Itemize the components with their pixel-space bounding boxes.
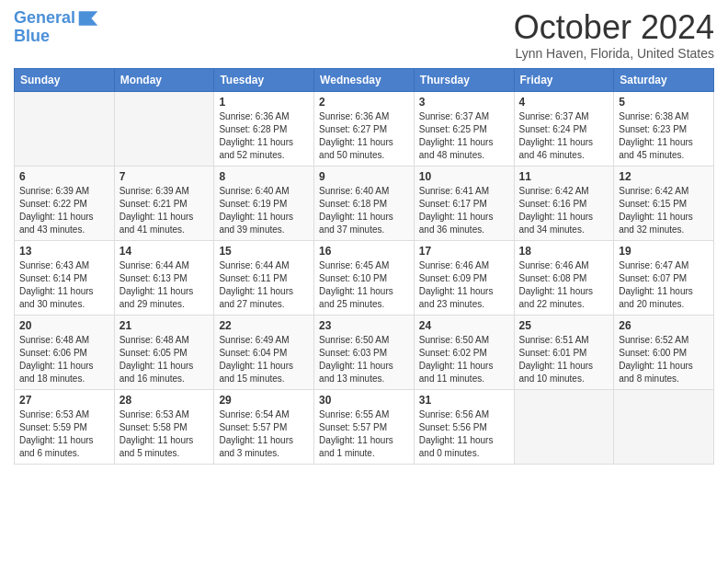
day-info: Sunrise: 6:38 AM Sunset: 6:23 PM Dayligh…: [619, 110, 709, 162]
sunset-text: Sunset: 5:59 PM: [19, 422, 87, 432]
sunrise-text: Sunrise: 6:48 AM: [119, 335, 189, 345]
sunrise-text: Sunrise: 6:41 AM: [419, 186, 489, 196]
day-number: 9: [319, 170, 409, 183]
day-cell: 7 Sunrise: 6:39 AM Sunset: 6:21 PM Dayli…: [114, 166, 214, 240]
day-info: Sunrise: 6:55 AM Sunset: 5:57 PM Dayligh…: [319, 408, 409, 460]
day-info: Sunrise: 6:45 AM Sunset: 6:10 PM Dayligh…: [319, 259, 409, 311]
day-number: 19: [619, 245, 709, 258]
day-info: Sunrise: 6:53 AM Sunset: 5:59 PM Dayligh…: [19, 408, 109, 460]
day-info: Sunrise: 6:50 AM Sunset: 6:02 PM Dayligh…: [419, 334, 509, 385]
day-info: Sunrise: 6:46 AM Sunset: 6:09 PM Dayligh…: [419, 259, 509, 311]
daylight-text: Daylight: 11 hours and 37 minutes.: [319, 212, 393, 235]
day-cell: 22 Sunrise: 6:49 AM Sunset: 6:04 PM Dayl…: [214, 315, 314, 389]
sunrise-text: Sunrise: 6:53 AM: [119, 409, 189, 419]
day-cell: [614, 389, 714, 464]
sunset-text: Sunset: 6:14 PM: [19, 273, 87, 283]
day-number: 16: [319, 245, 409, 258]
day-cell: 19 Sunrise: 6:47 AM Sunset: 6:07 PM Dayl…: [614, 240, 714, 315]
sunset-text: Sunset: 6:18 PM: [319, 199, 387, 209]
sunrise-text: Sunrise: 6:36 AM: [219, 111, 289, 121]
day-cell: 30 Sunrise: 6:55 AM Sunset: 5:57 PM Dayl…: [314, 389, 415, 464]
day-number: 14: [119, 245, 210, 258]
daylight-text: Daylight: 11 hours and 25 minutes.: [319, 286, 393, 309]
week-row: 1 Sunrise: 6:36 AM Sunset: 6:28 PM Dayli…: [15, 91, 714, 166]
daylight-text: Daylight: 11 hours and 16 minutes.: [119, 361, 194, 384]
header-cell-wednesday: Wednesday: [314, 68, 415, 91]
day-cell: 21 Sunrise: 6:48 AM Sunset: 6:05 PM Dayl…: [114, 315, 214, 389]
day-number: 6: [19, 170, 109, 183]
daylight-text: Daylight: 11 hours and 29 minutes.: [119, 286, 194, 309]
day-number: 22: [219, 319, 309, 332]
day-cell: 31 Sunrise: 6:56 AM Sunset: 5:56 PM Dayl…: [414, 389, 514, 464]
sunset-text: Sunset: 5:56 PM: [419, 422, 487, 432]
day-number: 10: [419, 170, 509, 183]
day-number: 29: [219, 394, 309, 407]
day-info: Sunrise: 6:51 AM Sunset: 6:01 PM Dayligh…: [519, 334, 609, 385]
sunset-text: Sunset: 6:21 PM: [119, 199, 188, 209]
day-number: 28: [119, 394, 210, 407]
day-cell: 20 Sunrise: 6:48 AM Sunset: 6:06 PM Dayl…: [15, 315, 115, 389]
day-cell: 5 Sunrise: 6:38 AM Sunset: 6:23 PM Dayli…: [614, 91, 714, 166]
sunset-text: Sunset: 6:04 PM: [219, 348, 287, 358]
day-info: Sunrise: 6:56 AM Sunset: 5:56 PM Dayligh…: [419, 408, 509, 460]
day-number: 21: [119, 319, 210, 332]
sunset-text: Sunset: 6:16 PM: [519, 199, 587, 209]
day-number: 20: [19, 319, 109, 332]
logo-text-line1: General: [14, 9, 75, 28]
day-info: Sunrise: 6:48 AM Sunset: 6:05 PM Dayligh…: [119, 334, 210, 385]
day-cell: 16 Sunrise: 6:45 AM Sunset: 6:10 PM Dayl…: [314, 240, 415, 315]
sunrise-text: Sunrise: 6:45 AM: [319, 260, 389, 270]
daylight-text: Daylight: 11 hours and 11 minutes.: [419, 361, 494, 384]
day-number: 7: [119, 170, 210, 183]
sunset-text: Sunset: 6:15 PM: [619, 199, 687, 209]
day-info: Sunrise: 6:39 AM Sunset: 6:21 PM Dayligh…: [119, 185, 210, 236]
day-cell: 3 Sunrise: 6:37 AM Sunset: 6:25 PM Dayli…: [414, 91, 514, 166]
sunset-text: Sunset: 6:03 PM: [319, 348, 387, 358]
sunrise-text: Sunrise: 6:56 AM: [419, 409, 489, 419]
daylight-text: Daylight: 11 hours and 3 minutes.: [219, 435, 293, 458]
daylight-text: Daylight: 11 hours and 8 minutes.: [619, 361, 693, 384]
sunrise-text: Sunrise: 6:43 AM: [19, 260, 89, 270]
sunset-text: Sunset: 6:13 PM: [119, 273, 188, 283]
sunset-text: Sunset: 6:25 PM: [419, 124, 487, 134]
day-info: Sunrise: 6:49 AM Sunset: 6:04 PM Dayligh…: [219, 334, 309, 385]
day-cell: 10 Sunrise: 6:41 AM Sunset: 6:17 PM Dayl…: [414, 166, 514, 240]
day-number: 26: [619, 319, 709, 332]
day-number: 8: [219, 170, 309, 183]
day-info: Sunrise: 6:40 AM Sunset: 6:18 PM Dayligh…: [319, 185, 409, 236]
day-number: 27: [19, 394, 109, 407]
day-cell: 23 Sunrise: 6:50 AM Sunset: 6:03 PM Dayl…: [314, 315, 415, 389]
calendar-table: SundayMondayTuesdayWednesdayThursdayFrid…: [14, 68, 714, 465]
day-cell: 4 Sunrise: 6:37 AM Sunset: 6:24 PM Dayli…: [514, 91, 614, 166]
daylight-text: Daylight: 11 hours and 23 minutes.: [419, 286, 494, 309]
daylight-text: Daylight: 11 hours and 52 minutes.: [219, 137, 293, 160]
page: General Blue October 2024 Lynn Haven, Fl…: [0, 0, 728, 563]
daylight-text: Daylight: 11 hours and 34 minutes.: [519, 212, 594, 235]
day-cell: 12 Sunrise: 6:42 AM Sunset: 6:15 PM Dayl…: [614, 166, 714, 240]
day-number: 25: [519, 319, 609, 332]
sunrise-text: Sunrise: 6:38 AM: [619, 111, 688, 121]
sunset-text: Sunset: 6:08 PM: [519, 273, 587, 283]
daylight-text: Daylight: 11 hours and 5 minutes.: [119, 435, 194, 458]
day-cell: 17 Sunrise: 6:46 AM Sunset: 6:09 PM Dayl…: [414, 240, 514, 315]
day-cell: 29 Sunrise: 6:54 AM Sunset: 5:57 PM Dayl…: [214, 389, 314, 464]
header: General Blue October 2024 Lynn Haven, Fl…: [14, 9, 714, 61]
day-number: 12: [619, 170, 709, 183]
sunrise-text: Sunrise: 6:40 AM: [219, 186, 289, 196]
daylight-text: Daylight: 11 hours and 32 minutes.: [619, 212, 693, 235]
day-info: Sunrise: 6:37 AM Sunset: 6:24 PM Dayligh…: [519, 110, 609, 162]
header-cell-friday: Friday: [514, 68, 614, 91]
day-info: Sunrise: 6:43 AM Sunset: 6:14 PM Dayligh…: [19, 259, 109, 311]
sunrise-text: Sunrise: 6:51 AM: [519, 335, 589, 345]
sunset-text: Sunset: 6:02 PM: [419, 348, 487, 358]
daylight-text: Daylight: 11 hours and 39 minutes.: [219, 212, 293, 235]
day-info: Sunrise: 6:50 AM Sunset: 6:03 PM Dayligh…: [319, 334, 409, 385]
daylight-text: Daylight: 11 hours and 36 minutes.: [419, 212, 494, 235]
sunset-text: Sunset: 6:01 PM: [519, 348, 587, 358]
daylight-text: Daylight: 11 hours and 13 minutes.: [319, 361, 393, 384]
sunset-text: Sunset: 5:57 PM: [319, 422, 387, 432]
header-cell-thursday: Thursday: [414, 68, 514, 91]
day-cell: [114, 91, 214, 166]
sunset-text: Sunset: 5:58 PM: [119, 422, 188, 432]
sunset-text: Sunset: 5:57 PM: [219, 422, 287, 432]
